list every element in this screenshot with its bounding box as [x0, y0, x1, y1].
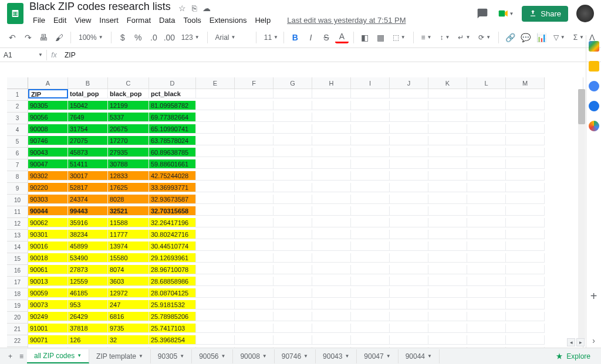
- cell[interactable]: [312, 206, 351, 216]
- cell[interactable]: [351, 101, 390, 110]
- hide-panel-icon[interactable]: ›: [587, 334, 601, 348]
- cell[interactable]: [312, 124, 351, 134]
- chart-icon[interactable]: 📊: [535, 30, 548, 45]
- cell[interactable]: [235, 288, 274, 298]
- wrap-icon[interactable]: ↵▼: [455, 33, 473, 42]
- cell[interactable]: [351, 324, 390, 333]
- cell[interactable]: [274, 277, 312, 286]
- cell[interactable]: [312, 183, 351, 192]
- cell[interactable]: [467, 183, 506, 192]
- cell[interactable]: [235, 183, 274, 192]
- cell[interactable]: 90016: [28, 241, 68, 251]
- valign-icon[interactable]: ↕▼: [437, 33, 453, 42]
- cell[interactable]: 32: [108, 335, 149, 345]
- cell[interactable]: [351, 136, 390, 145]
- cell[interactable]: [196, 265, 235, 274]
- sheet-tab[interactable]: 90056▼: [192, 349, 233, 363]
- cell[interactable]: 90071: [28, 335, 68, 345]
- tasks-icon[interactable]: [589, 81, 599, 91]
- cell[interactable]: [196, 324, 235, 333]
- cell[interactable]: [351, 113, 390, 122]
- cell[interactable]: [274, 89, 312, 98]
- cell[interactable]: 5337: [108, 113, 149, 122]
- cell[interactable]: [351, 195, 390, 204]
- cell[interactable]: [351, 300, 390, 309]
- cell[interactable]: [428, 230, 467, 239]
- col-header[interactable]: D: [149, 77, 196, 89]
- cell[interactable]: 8074: [108, 265, 149, 274]
- maps-icon[interactable]: [589, 121, 599, 131]
- cell[interactable]: [390, 148, 428, 157]
- redo-icon[interactable]: ↷: [22, 30, 35, 45]
- cell[interactable]: [196, 312, 235, 321]
- cell[interactable]: [351, 241, 390, 251]
- cell[interactable]: [390, 265, 428, 274]
- sheet-tab[interactable]: all ZIP codes▼: [27, 349, 89, 363]
- row-header[interactable]: 20: [7, 312, 28, 324]
- functions-icon[interactable]: Σ▼: [570, 33, 587, 42]
- cell[interactable]: [428, 101, 467, 110]
- cell[interactable]: 65.10990741: [149, 124, 196, 134]
- cell[interactable]: [235, 101, 274, 110]
- cell[interactable]: [390, 230, 428, 239]
- strike-icon[interactable]: S: [320, 30, 333, 45]
- menu-file[interactable]: File: [29, 14, 49, 26]
- menu-view[interactable]: View: [71, 14, 94, 26]
- cell[interactable]: [312, 335, 351, 345]
- row-header[interactable]: 22: [7, 335, 28, 347]
- cell[interactable]: 31754: [68, 124, 108, 134]
- cell[interactable]: [506, 89, 545, 98]
- cell[interactable]: 90305: [28, 101, 68, 110]
- cell[interactable]: [312, 195, 351, 204]
- cell[interactable]: [196, 241, 235, 251]
- cell[interactable]: [196, 288, 235, 298]
- cell[interactable]: 12833: [108, 171, 149, 181]
- cell[interactable]: [312, 300, 351, 309]
- col-header[interactable]: K: [428, 77, 467, 89]
- cell[interactable]: [312, 230, 351, 239]
- cell[interactable]: 90303: [28, 195, 68, 204]
- cell[interactable]: [506, 113, 545, 122]
- cell[interactable]: [274, 253, 312, 263]
- cell[interactable]: [235, 335, 274, 345]
- cell[interactable]: 52817: [68, 183, 108, 192]
- cell[interactable]: 20675: [108, 124, 149, 134]
- cell[interactable]: 63.78578024: [149, 136, 196, 145]
- cell[interactable]: [506, 288, 545, 298]
- cell[interactable]: [274, 312, 312, 321]
- cell[interactable]: [467, 265, 506, 274]
- cell[interactable]: 3603: [108, 277, 149, 286]
- cell[interactable]: [428, 183, 467, 192]
- cell[interactable]: [467, 89, 506, 98]
- cloud-icon[interactable]: ☁: [202, 4, 211, 13]
- cell[interactable]: [506, 300, 545, 309]
- cell[interactable]: [274, 124, 312, 134]
- cell[interactable]: [506, 277, 545, 286]
- cell[interactable]: 32.26417196: [149, 218, 196, 227]
- font-dropdown[interactable]: Arial▼: [212, 33, 251, 42]
- cell[interactable]: 26429: [68, 312, 108, 321]
- cell[interactable]: [312, 324, 351, 333]
- cell[interactable]: [351, 148, 390, 157]
- cell[interactable]: [506, 159, 545, 169]
- cell[interactable]: [467, 335, 506, 345]
- cell[interactable]: [467, 124, 506, 134]
- meet-icon[interactable]: ▼: [498, 6, 514, 21]
- cell[interactable]: [196, 253, 235, 263]
- cell[interactable]: [235, 253, 274, 263]
- menu-extensions[interactable]: Extensions: [206, 14, 251, 26]
- col-header[interactable]: A: [28, 77, 68, 89]
- cell[interactable]: [196, 159, 235, 169]
- cell[interactable]: [506, 335, 545, 345]
- move-icon[interactable]: ⎘: [192, 4, 197, 13]
- col-header[interactable]: G: [274, 77, 312, 89]
- cell[interactable]: [467, 253, 506, 263]
- cell[interactable]: [467, 159, 506, 169]
- cell[interactable]: 32521: [108, 206, 149, 216]
- cell[interactable]: 90220: [28, 183, 68, 192]
- cell[interactable]: 30017: [68, 171, 108, 181]
- cell[interactable]: [274, 171, 312, 181]
- cell[interactable]: [428, 113, 467, 122]
- cell[interactable]: [351, 277, 390, 286]
- cell[interactable]: 60.89638785: [149, 148, 196, 157]
